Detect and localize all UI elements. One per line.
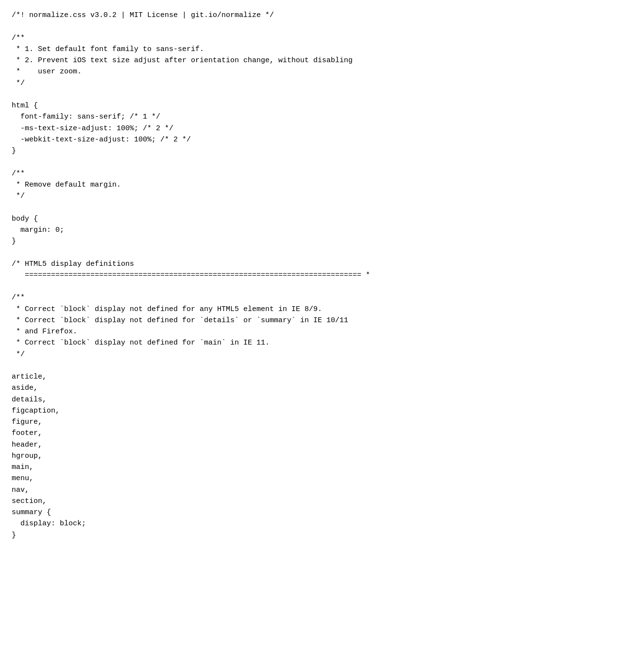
code-content: /*! normalize.css v3.0.2 | MIT License |… xyxy=(12,10,632,541)
